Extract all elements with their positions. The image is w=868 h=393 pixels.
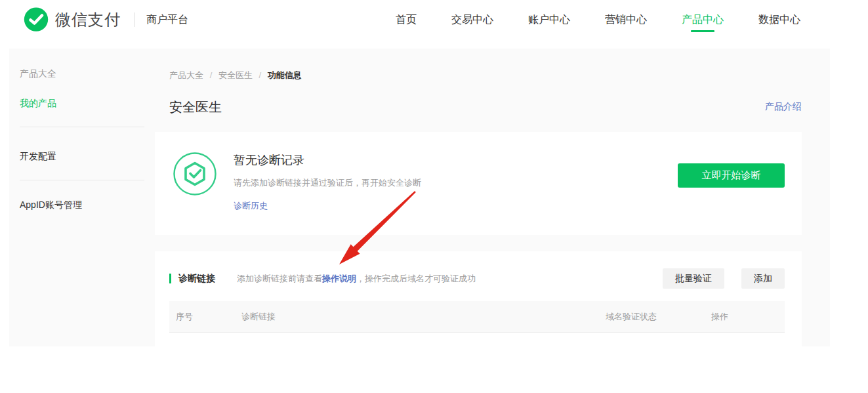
diagnosis-links-card: 诊断链接 添加诊断链接前请查看操作说明，操作完成后域名才可验证成功 批量验证 添… — [155, 251, 802, 348]
product-intro-link[interactable]: 产品介绍 — [765, 101, 802, 113]
nav-item-product-center[interactable]: 产品中心 — [682, 7, 724, 33]
diagnosis-empty-card: 暂无诊断记录 请先添加诊断链接并通过验证后，再开始安全诊断 诊断历史 立即开始诊… — [155, 132, 802, 235]
breadcrumb-separator: / — [259, 70, 262, 80]
sidebar-item-dev-config[interactable]: 开发配置 — [20, 151, 155, 161]
table-header-link: 诊断链接 — [241, 311, 594, 323]
sidebar-item-my-products[interactable]: 我的产品 — [20, 98, 155, 108]
table-header-index: 序号 — [169, 311, 241, 323]
breadcrumb-separator: / — [210, 70, 213, 80]
links-section-header: 诊断链接 添加诊断链接前请查看操作说明，操作完成后域名才可验证成功 批量验证 添… — [169, 268, 785, 289]
nav-item-account-center[interactable]: 账户中心 — [528, 7, 570, 33]
empty-state-title: 暂无诊断记录 — [234, 152, 421, 168]
start-diagnosis-button[interactable]: 立即开始诊断 — [678, 163, 785, 188]
portal-name: 商户平台 — [146, 13, 188, 27]
section-accent-bar — [169, 274, 171, 283]
nav-item-data-center[interactable]: 数据中心 — [758, 7, 800, 33]
title-row: 安全医生 产品介绍 — [155, 98, 802, 115]
top-nav: 首页 交易中心 账户中心 营销中心 产品中心 数据中心 — [396, 7, 800, 33]
table-header-status: 域名验证状态 — [594, 311, 706, 323]
breadcrumb-item[interactable]: 产品大全 — [169, 70, 203, 80]
sidebar-item-appid-management[interactable]: AppID账号管理 — [20, 199, 155, 210]
operation-guide-link[interactable]: 操作说明 — [322, 274, 356, 283]
brand-group: 微信支付 商户平台 — [24, 7, 188, 33]
page-title: 安全医生 — [169, 98, 222, 116]
diagnosis-history-link[interactable]: 诊断历史 — [234, 200, 268, 212]
nav-active-underline — [691, 30, 714, 32]
shield-check-icon — [173, 152, 217, 196]
breadcrumb: 产品大全 / 安全医生 / 功能信息 — [155, 70, 802, 81]
breadcrumb-current: 功能信息 — [268, 70, 302, 80]
sidebar: 产品大全 我的产品 开发配置 AppID账号管理 — [9, 49, 155, 346]
add-link-button[interactable]: 添加 — [741, 268, 785, 289]
empty-state-text: 暂无诊断记录 请先添加诊断链接并通过验证后，再开始安全诊断 诊断历史 — [234, 152, 421, 212]
sidebar-item-all-products[interactable]: 产品大全 — [20, 68, 155, 79]
links-section-hint: 添加诊断链接前请查看操作说明，操作完成后域名才可验证成功 — [237, 273, 476, 285]
brand-divider — [134, 12, 134, 27]
hint-suffix: ，操作完成后域名才可验证成功 — [356, 274, 476, 283]
nav-item-transaction-center[interactable]: 交易中心 — [451, 7, 493, 33]
top-header: 微信支付 商户平台 首页 交易中心 账户中心 营销中心 产品中心 数据中心 — [0, 0, 868, 49]
wechat-pay-logo-icon — [24, 7, 49, 32]
sidebar-divider — [20, 180, 144, 180]
empty-state-description: 请先添加诊断链接并通过验证后，再开始安全诊断 — [234, 177, 421, 189]
main-content: 产品大全 / 安全医生 / 功能信息 安全医生 产品介绍 暂无诊断记录 请先添加… — [155, 49, 830, 346]
table-header-action: 操作 — [706, 311, 785, 323]
nav-item-home[interactable]: 首页 — [396, 7, 417, 33]
hint-prefix: 添加诊断链接前请查看 — [237, 274, 322, 283]
batch-verify-button[interactable]: 批量验证 — [663, 268, 724, 289]
nav-item-marketing-center[interactable]: 营销中心 — [605, 7, 647, 33]
links-table-header: 序号 诊断链接 域名验证状态 操作 — [169, 301, 785, 333]
links-section-title: 诊断链接 — [178, 273, 215, 285]
content-wrapper: 产品大全 我的产品 开发配置 AppID账号管理 产品大全 / 安全医生 / 功… — [9, 49, 830, 346]
breadcrumb-item[interactable]: 安全医生 — [218, 70, 253, 80]
sidebar-divider — [20, 127, 144, 127]
brand-name: 微信支付 — [55, 9, 121, 30]
links-section-buttons: 批量验证 添加 — [663, 268, 785, 289]
